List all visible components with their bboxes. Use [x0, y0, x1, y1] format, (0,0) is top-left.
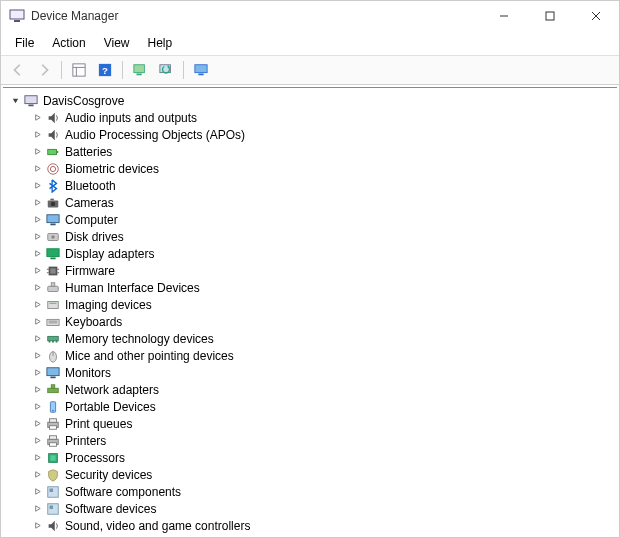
tree-item-label: Biometric devices — [65, 162, 159, 176]
shield-icon — [45, 467, 61, 483]
chevron-right-icon[interactable] — [31, 282, 43, 294]
tree-item[interactable]: Software components — [25, 483, 617, 500]
refresh-button[interactable] — [129, 59, 151, 81]
svg-rect-44 — [48, 336, 59, 340]
chevron-right-icon[interactable] — [31, 197, 43, 209]
tree-item[interactable]: Memory technology devices — [25, 330, 617, 347]
tree-item[interactable]: Audio inputs and outputs — [25, 109, 617, 126]
close-button[interactable] — [573, 1, 619, 31]
svg-rect-25 — [47, 214, 59, 222]
tree-item[interactable]: Printers — [25, 432, 617, 449]
tree-item-label: Keyboards — [65, 315, 122, 329]
tree-item[interactable]: Computer — [25, 211, 617, 228]
tree-item[interactable]: Portable Devices — [25, 398, 617, 415]
chevron-right-icon[interactable] — [31, 316, 43, 328]
maximize-button[interactable] — [527, 1, 573, 31]
svg-rect-52 — [48, 388, 59, 392]
app-icon — [9, 8, 25, 24]
svg-rect-19 — [57, 151, 59, 153]
chevron-right-icon[interactable] — [31, 418, 43, 430]
chevron-right-icon[interactable] — [31, 435, 43, 447]
chevron-right-icon[interactable] — [31, 299, 43, 311]
tree-item[interactable]: Processors — [25, 449, 617, 466]
tree-item[interactable]: Monitors — [25, 364, 617, 381]
computer-icon — [23, 93, 39, 109]
tree-item[interactable]: Imaging devices — [25, 296, 617, 313]
devices-button[interactable] — [190, 59, 212, 81]
tree-item[interactable]: Network adapters — [25, 381, 617, 398]
chevron-right-icon[interactable] — [31, 367, 43, 379]
svg-rect-61 — [50, 442, 57, 446]
chevron-right-icon[interactable] — [31, 350, 43, 362]
mouse-icon — [45, 348, 61, 364]
tree-item[interactable]: Biometric devices — [25, 160, 617, 177]
tree-item[interactable]: Storage controllers — [25, 534, 617, 538]
tree-root-node[interactable]: DavisCosgrove — [3, 92, 617, 109]
tree-item[interactable]: Bluetooth — [25, 177, 617, 194]
menu-action[interactable]: Action — [44, 33, 93, 53]
keyboard-icon — [45, 314, 61, 330]
chevron-right-icon[interactable] — [31, 333, 43, 345]
svg-rect-53 — [51, 384, 55, 388]
menu-file[interactable]: File — [7, 33, 42, 53]
svg-rect-1 — [14, 20, 20, 22]
svg-rect-38 — [51, 282, 55, 286]
tree-item[interactable]: Human Interface Devices — [25, 279, 617, 296]
chevron-down-icon[interactable] — [9, 95, 21, 107]
chevron-right-icon[interactable] — [31, 248, 43, 260]
window-title: Device Manager — [31, 9, 118, 23]
svg-rect-50 — [47, 367, 59, 375]
software-icon — [45, 501, 61, 517]
tree-item[interactable]: Cameras — [25, 194, 617, 211]
svg-rect-11 — [134, 65, 145, 73]
tree-item-label: Computer — [65, 213, 118, 227]
svg-rect-30 — [50, 257, 55, 259]
tree-item-label: Imaging devices — [65, 298, 152, 312]
help-button[interactable]: ? — [94, 59, 116, 81]
chevron-right-icon[interactable] — [31, 265, 43, 277]
chevron-right-icon[interactable] — [31, 214, 43, 226]
menu-view[interactable]: View — [96, 33, 138, 53]
storage-icon — [45, 535, 61, 539]
chevron-right-icon[interactable] — [31, 401, 43, 413]
tree-item[interactable]: Firmware — [25, 262, 617, 279]
chevron-right-icon[interactable] — [31, 146, 43, 158]
tree-item[interactable]: Sound, video and game controllers — [25, 517, 617, 534]
chevron-right-icon[interactable] — [31, 384, 43, 396]
svg-point-23 — [51, 201, 55, 205]
tree-item-label: Batteries — [65, 145, 112, 159]
scan-hardware-button[interactable] — [155, 59, 177, 81]
svg-rect-45 — [49, 340, 51, 342]
tree-item[interactable]: Print queues — [25, 415, 617, 432]
show-hidden-button[interactable] — [68, 59, 90, 81]
fingerprint-icon — [45, 161, 61, 177]
tree-item[interactable]: Keyboards — [25, 313, 617, 330]
chevron-right-icon[interactable] — [31, 163, 43, 175]
chevron-right-icon[interactable] — [31, 469, 43, 481]
toolbar-separator — [122, 61, 123, 79]
toolbar-separator — [61, 61, 62, 79]
device-tree[interactable]: DavisCosgroveAudio inputs and outputsAud… — [3, 87, 617, 538]
tree-item[interactable]: Software devices — [25, 500, 617, 517]
chevron-right-icon[interactable] — [31, 503, 43, 515]
tree-item[interactable]: Security devices — [25, 466, 617, 483]
tree-item[interactable]: Disk drives — [25, 228, 617, 245]
svg-rect-0 — [10, 10, 24, 19]
tree-item[interactable]: Mice and other pointing devices — [25, 347, 617, 364]
tree-item[interactable]: Audio Processing Objects (APOs) — [25, 126, 617, 143]
tree-item[interactable]: Batteries — [25, 143, 617, 160]
chevron-right-icon[interactable] — [31, 112, 43, 124]
tree-item[interactable]: Display adapters — [25, 245, 617, 262]
chevron-right-icon[interactable] — [31, 231, 43, 243]
chevron-right-icon[interactable] — [31, 520, 43, 532]
svg-rect-46 — [52, 340, 54, 342]
menu-help[interactable]: Help — [140, 33, 181, 53]
minimize-button[interactable] — [481, 1, 527, 31]
chevron-right-icon[interactable] — [31, 129, 43, 141]
chevron-right-icon[interactable] — [31, 180, 43, 192]
tree-item-label: Display adapters — [65, 247, 154, 261]
chevron-right-icon[interactable] — [31, 486, 43, 498]
chevron-right-icon[interactable] — [31, 452, 43, 464]
speaker-icon — [45, 110, 61, 126]
tree-item-label: Firmware — [65, 264, 115, 278]
